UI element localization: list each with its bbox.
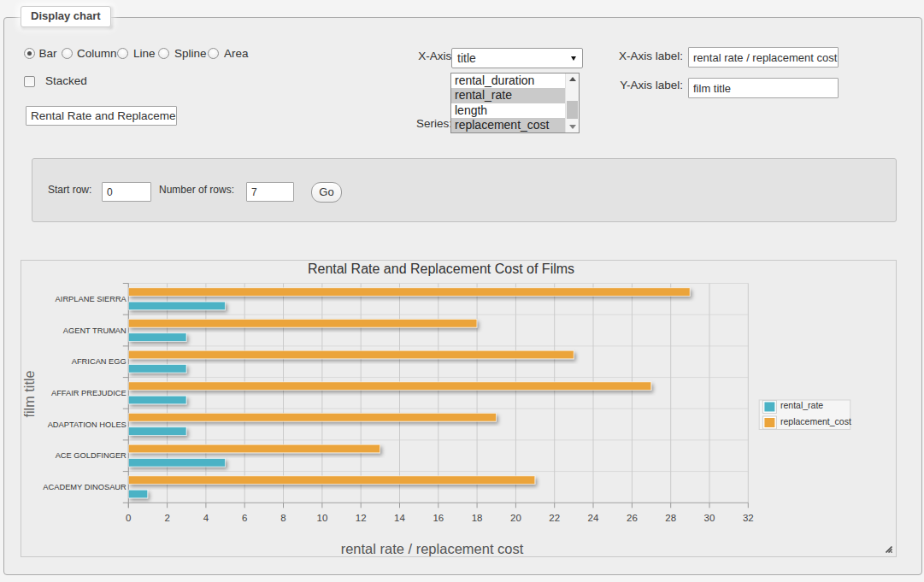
- svg-text:4: 4: [203, 513, 209, 523]
- svg-text:12: 12: [356, 513, 367, 523]
- svg-text:14: 14: [394, 513, 405, 523]
- svg-text:6: 6: [242, 513, 247, 523]
- svg-text:2: 2: [164, 513, 169, 523]
- svg-text:0: 0: [126, 513, 131, 523]
- svg-text:ADAPTATION HOLES: ADAPTATION HOLES: [48, 420, 127, 429]
- svg-text:16: 16: [433, 513, 444, 523]
- svg-text:Rental Rate and Replacement Co: Rental Rate and Replacement Cost of Film…: [308, 262, 574, 276]
- svg-text:22: 22: [549, 513, 560, 523]
- svg-text:10: 10: [317, 513, 328, 523]
- svg-text:ACADEMY DINOSAUR: ACADEMY DINOSAUR: [43, 483, 127, 491]
- svg-text:20: 20: [510, 513, 521, 523]
- svg-text:ACE GOLDFINGER: ACE GOLDFINGER: [56, 451, 127, 460]
- svg-text:30: 30: [704, 513, 715, 523]
- svg-text:AIRPLANE SIERRA: AIRPLANE SIERRA: [56, 295, 127, 303]
- svg-text:18: 18: [472, 513, 483, 523]
- svg-text:AFRICAN EGG: AFRICAN EGG: [72, 357, 127, 366]
- svg-text:8: 8: [280, 513, 285, 523]
- svg-text:replacement_cost: replacement_cost: [780, 416, 851, 426]
- svg-text:rental rate / replacement cost: rental rate / replacement cost: [341, 541, 524, 556]
- svg-text:26: 26: [627, 513, 638, 523]
- svg-text:AFFAIR PREJUDICE: AFFAIR PREJUDICE: [51, 389, 127, 397]
- svg-text:rental_rate: rental_rate: [780, 400, 823, 410]
- svg-text:AGENT TRUMAN: AGENT TRUMAN: [63, 326, 127, 335]
- svg-text:film title: film title: [21, 370, 37, 417]
- svg-text:28: 28: [665, 513, 676, 523]
- svg-text:24: 24: [588, 513, 599, 523]
- svg-text:32: 32: [743, 513, 754, 523]
